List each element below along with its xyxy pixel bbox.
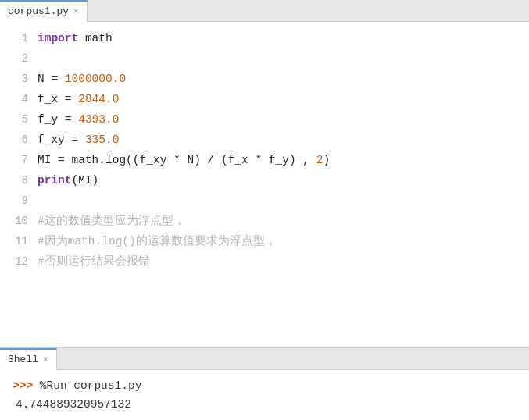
line-number: 11 (13, 231, 28, 251)
code-line (38, 48, 516, 69)
shell-prompt: >>> (13, 379, 33, 392)
shell-tab[interactable]: Shell × (0, 348, 57, 370)
line-number: 1 (13, 28, 28, 48)
shell-prompt-line: >>> %Run corpus1.py (13, 376, 516, 395)
line-number: 4 (13, 89, 28, 109)
shell-tab-label: Shell (8, 354, 38, 365)
code-line: f_y = 4393.0 (38, 109, 516, 130)
code-line: N = 1000000.0 (38, 69, 516, 89)
shell-output: 4.744889320957132 (13, 395, 516, 414)
line-number: 3 (13, 69, 28, 89)
line-number: 2 (13, 48, 28, 69)
shell-content[interactable]: >>> %Run corpus1.py 4.744889320957132 (0, 370, 529, 420)
code-line: #因为math.log()的运算数值要求为浮点型， (38, 231, 516, 251)
line-number: 5 (13, 109, 28, 130)
line-number: 8 (13, 170, 28, 190)
line-numbers: 123456789101112 (0, 28, 38, 341)
line-number: 9 (13, 190, 28, 211)
code-line: MI = math.log((f_xy * N) / (f_x * f_y) ,… (38, 150, 516, 170)
editor-tab-close[interactable]: × (73, 7, 79, 16)
code-line: f_xy = 335.0 (38, 130, 516, 150)
code-content: 123456789101112 import math N = 1000000.… (0, 22, 529, 347)
tab-bar: corpus1.py × (0, 0, 529, 22)
code-line: import math (38, 28, 516, 48)
shell-tab-bar: Shell × (0, 348, 529, 370)
line-number: 10 (13, 211, 28, 231)
code-line (38, 190, 516, 211)
code-lines: import math N = 1000000.0f_x = 2844.0f_y… (38, 28, 529, 341)
code-line: #否则运行结果会报错 (38, 251, 516, 272)
shell-tab-close[interactable]: × (43, 355, 48, 365)
editor-tab-label: corpus1.py (8, 5, 69, 17)
editor-tab[interactable]: corpus1.py × (0, 0, 88, 22)
editor-container: corpus1.py × 123456789101112 import math… (0, 0, 529, 420)
code-line: #这的数值类型应为浮点型， (38, 211, 516, 231)
line-number: 12 (13, 251, 28, 272)
code-line: print(MI) (38, 170, 516, 190)
line-number: 7 (13, 150, 28, 170)
code-editor[interactable]: 123456789101112 import math N = 1000000.… (0, 22, 529, 347)
code-line: f_x = 2844.0 (38, 89, 516, 109)
line-number: 6 (13, 130, 28, 150)
shell-panel: Shell × >>> %Run corpus1.py 4.7448893209… (0, 347, 529, 420)
shell-command: %Run corpus1.py (33, 379, 141, 392)
